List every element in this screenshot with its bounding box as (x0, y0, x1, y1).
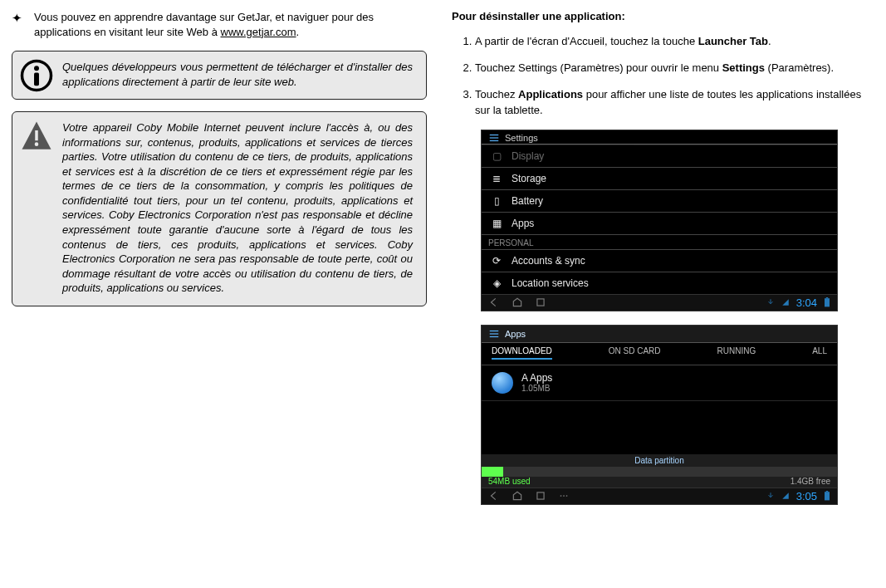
svg-rect-10 (826, 297, 828, 298)
tab-downloaded[interactable]: DOWNLOADED (492, 346, 552, 360)
tab-sdcard[interactable]: ON SD CARD (609, 346, 661, 360)
svg-point-4 (35, 143, 39, 147)
tab-running[interactable]: RUNNING (717, 346, 756, 360)
step-1: A partir de l'écran d'Accueil, touchez l… (475, 34, 867, 49)
settings-battery[interactable]: ▯Battery (482, 189, 837, 212)
list-item[interactable]: A Apps 1.05MB (482, 365, 837, 401)
storage-used: 54MB used (488, 477, 531, 486)
settings-apps[interactable]: ▦Apps (482, 212, 837, 234)
location-label: Location services (512, 277, 589, 289)
step-1-b: Launcher Tab (698, 35, 768, 47)
download-icon (766, 298, 775, 306)
warning-callout: Votre appareil Coby Mobile Internet peuv… (12, 111, 427, 306)
home-icon[interactable] (512, 296, 523, 308)
storage-icon: ≣ (490, 173, 503, 184)
apps-header: Apps (482, 326, 837, 343)
info-callout: Quelques développeurs vous permettent de… (12, 51, 427, 100)
settings-title: Settings (505, 133, 538, 143)
info-text: Quelques développeurs vous permettent de… (62, 61, 413, 88)
svg-rect-2 (34, 73, 39, 86)
home-icon[interactable] (512, 490, 523, 502)
battery-status-icon (824, 491, 830, 501)
settings-storage[interactable]: ≣Storage (482, 167, 837, 189)
app-icon (492, 372, 513, 394)
svg-rect-8 (537, 299, 544, 306)
sliders-icon (488, 328, 500, 340)
svg-rect-11 (490, 331, 499, 331)
app-name: A Apps (521, 372, 552, 384)
svg-rect-14 (537, 492, 544, 499)
settings-display[interactable]: ▢Display (482, 145, 837, 167)
location-icon: ◈ (490, 277, 503, 289)
battery-icon: ▯ (490, 195, 503, 207)
tab-all[interactable]: ALL (812, 346, 827, 360)
svg-rect-7 (490, 140, 499, 141)
uninstall-heading: Pour désinstaller une application: (452, 10, 867, 22)
getjar-link[interactable]: www.getjar.com (221, 26, 296, 38)
settings-header: Settings (482, 130, 837, 145)
clock-2: 3:05 (796, 490, 817, 502)
battery-status-icon (824, 297, 830, 307)
apps-screenshot: Apps DOWNLOADED ON SD CARD RUNNING ALL A… (481, 325, 838, 505)
getjar-bullet: ✦ Vous pouvez en apprendre davantage sur… (12, 10, 427, 39)
getjar-text: Vous pouvez en apprendre davantage sur G… (34, 10, 427, 39)
storage-free: 1.4GB free (791, 477, 830, 486)
data-partition-stats: 54MB used 1.4GB free (482, 477, 837, 488)
battery-label: Battery (512, 195, 543, 207)
menu-icon[interactable] (558, 490, 570, 502)
step-2-b: Settings (722, 61, 765, 74)
settings-location[interactable]: ◈Location services (482, 272, 837, 294)
info-icon (19, 58, 54, 93)
step-1-c: . (768, 35, 771, 47)
warning-text: Votre appareil Coby Mobile Internet peuv… (62, 121, 413, 294)
step-3-b: Applications (518, 88, 583, 100)
svg-rect-12 (490, 333, 499, 334)
storage-label: Storage (512, 173, 546, 184)
step-1-a: A partir de l'écran d'Accueil, touchez l… (475, 35, 698, 47)
step-3: Touchez Applications pour afficher une l… (475, 87, 867, 117)
svg-rect-13 (490, 336, 499, 337)
apps-title: Apps (505, 329, 526, 339)
data-partition-bar (482, 467, 837, 477)
svg-point-1 (34, 66, 39, 71)
settings-screenshot: Settings ▢Display ≣Storage ▯Battery ▦App… (481, 130, 838, 311)
step-2-c: (Paramètres). (765, 61, 834, 74)
svg-rect-18 (825, 492, 830, 500)
apps-icon: ▦ (490, 218, 503, 229)
step-3-a: Touchez (475, 88, 518, 100)
app-size: 1.05MB (521, 384, 552, 393)
display-icon: ▢ (490, 150, 503, 162)
back-icon[interactable] (488, 296, 500, 308)
svg-point-17 (566, 495, 568, 497)
signal-icon (781, 298, 790, 306)
step-2-a: Touchez Settings (Paramètres) pour ouvri… (475, 61, 722, 74)
clock-1: 3:04 (796, 296, 817, 309)
warning-icon (19, 119, 54, 154)
step-2: Touchez Settings (Paramètres) pour ouvri… (475, 61, 867, 76)
accounts-label: Accounts & sync (512, 255, 585, 267)
nav-bar-1: 3:04 (482, 294, 837, 311)
data-partition-label: Data partition (482, 454, 837, 467)
svg-rect-6 (490, 137, 499, 138)
svg-rect-19 (826, 491, 828, 492)
settings-accounts[interactable]: ⟳Accounts & sync (482, 249, 837, 272)
settings-personal-header: PERSONAL (482, 234, 837, 249)
sync-icon: ⟳ (490, 255, 503, 267)
recent-icon[interactable] (535, 490, 546, 502)
apps-label: Apps (512, 218, 534, 229)
apps-tabs: DOWNLOADED ON SD CARD RUNNING ALL (482, 343, 837, 365)
recent-icon[interactable] (535, 296, 546, 308)
bullet-text-body: Vous pouvez en apprendre davantage sur G… (34, 11, 374, 38)
back-icon[interactable] (488, 490, 500, 502)
svg-rect-9 (825, 298, 830, 306)
svg-rect-3 (35, 130, 38, 140)
svg-point-15 (560, 495, 562, 497)
svg-point-16 (563, 495, 565, 497)
download-icon (766, 492, 775, 500)
bullet-glyph: ✦ (12, 12, 22, 25)
nav-bar-2: 3:05 (482, 488, 837, 504)
display-label: Display (512, 150, 544, 162)
apps-list-spacer (482, 401, 837, 454)
sliders-icon (488, 132, 500, 144)
svg-rect-5 (490, 135, 499, 135)
